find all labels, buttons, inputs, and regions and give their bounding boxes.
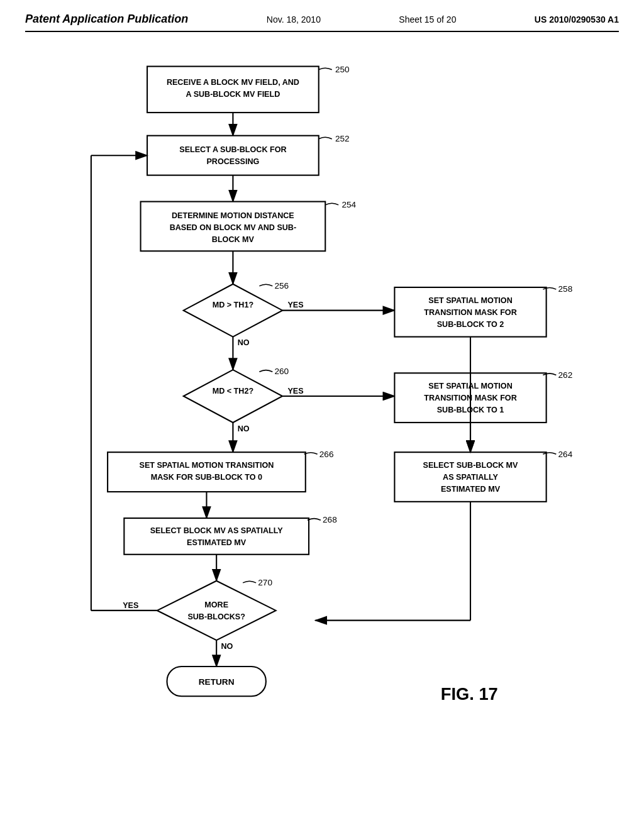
svg-marker-29 <box>184 370 282 423</box>
patent-number: US 2010/0290530 A1 <box>535 14 619 25</box>
svg-text:NO: NO <box>238 338 250 347</box>
svg-text:MD > TH1?: MD > TH1? <box>213 301 253 309</box>
svg-text:252: 252 <box>335 134 350 143</box>
svg-text:YES: YES <box>287 387 303 396</box>
svg-text:270: 270 <box>258 578 272 587</box>
svg-text:PROCESSING: PROCESSING <box>206 157 259 166</box>
svg-text:MORE: MORE <box>204 600 228 609</box>
svg-rect-6 <box>147 136 319 175</box>
svg-text:SELECT BLOCK MV AS SPATIALLY: SELECT BLOCK MV AS SPATIALLY <box>150 526 284 535</box>
svg-text:268: 268 <box>323 515 337 524</box>
svg-text:NO: NO <box>238 424 250 433</box>
svg-text:NO: NO <box>221 642 233 651</box>
sheet-info: Sheet 15 of 20 <box>399 14 456 25</box>
svg-rect-52 <box>124 518 309 555</box>
publication-title: Patent Application Publication <box>25 13 188 26</box>
svg-marker-59 <box>157 581 276 640</box>
svg-text:264: 264 <box>558 450 573 459</box>
svg-text:AS SPATIALLY: AS SPATIALLY <box>443 473 498 482</box>
svg-text:ESTIMATED MV: ESTIMATED MV <box>441 485 501 494</box>
svg-text:A SUB-BLOCK MV FIELD: A SUB-BLOCK MV FIELD <box>186 90 280 99</box>
svg-text:YES: YES <box>287 301 303 309</box>
svg-text:260: 260 <box>274 367 289 376</box>
svg-text:BASED ON BLOCK MV AND SUB-: BASED ON BLOCK MV AND SUB- <box>170 223 296 232</box>
page: Patent Application Publication Nov. 18, … <box>0 0 644 830</box>
svg-text:SET SPATIAL MOTION TRANSITION: SET SPATIAL MOTION TRANSITION <box>140 461 274 470</box>
svg-text:266: 266 <box>319 450 334 459</box>
diagram-area: RECEIVE A BLOCK MV FIELD, AND A SUB-BLOC… <box>25 45 619 774</box>
svg-text:SET SPATIAL MOTION: SET SPATIAL MOTION <box>428 296 512 305</box>
svg-text:SELECT SUB-BLOCK MV: SELECT SUB-BLOCK MV <box>423 461 519 470</box>
svg-text:MASK FOR SUB-BLOCK TO 0: MASK FOR SUB-BLOCK TO 0 <box>151 473 262 482</box>
svg-text:SUB-BLOCK TO 2: SUB-BLOCK TO 2 <box>437 320 504 329</box>
svg-text:RECEIVE A BLOCK MV FIELD, AND: RECEIVE A BLOCK MV FIELD, AND <box>167 78 299 87</box>
svg-text:262: 262 <box>558 370 573 380</box>
svg-rect-47 <box>108 452 306 492</box>
svg-text:ESTIMATED MV: ESTIMATED MV <box>187 538 247 547</box>
svg-text:BLOCK MV: BLOCK MV <box>212 235 255 244</box>
svg-text:DETERMINE MOTION DISTANCE: DETERMINE MOTION DISTANCE <box>172 211 294 220</box>
svg-text:TRANSITION MASK FOR: TRANSITION MASK FOR <box>424 308 516 317</box>
svg-marker-17 <box>184 284 282 337</box>
publication-date: Nov. 18, 2010 <box>267 14 321 25</box>
svg-text:258: 258 <box>558 284 573 294</box>
svg-text:MD < TH2?: MD < TH2? <box>213 387 253 396</box>
svg-text:250: 250 <box>335 65 350 74</box>
flowchart-svg: RECEIVE A BLOCK MV FIELD, AND A SUB-BLOC… <box>25 45 619 774</box>
svg-text:YES: YES <box>123 601 138 610</box>
svg-text:256: 256 <box>274 281 289 290</box>
svg-text:254: 254 <box>341 200 356 209</box>
svg-text:FIG. 17: FIG. 17 <box>441 684 498 704</box>
patent-header: Patent Application Publication Nov. 18, … <box>25 13 619 32</box>
svg-text:RETURN: RETURN <box>199 677 235 687</box>
svg-text:SUB-BLOCKS?: SUB-BLOCKS? <box>187 612 245 621</box>
svg-text:SELECT A SUB-BLOCK FOR: SELECT A SUB-BLOCK FOR <box>179 145 286 154</box>
